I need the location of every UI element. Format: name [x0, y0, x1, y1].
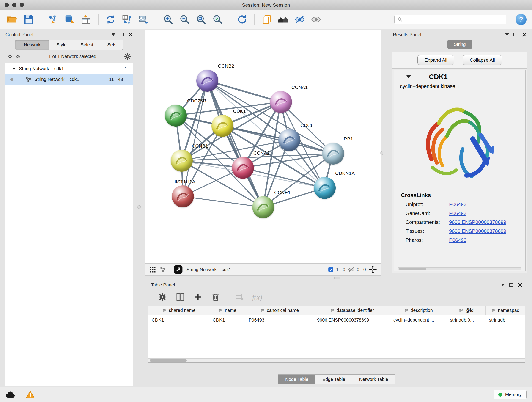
- selected-checkbox-icon[interactable]: [328, 267, 334, 273]
- import-network-from-database-button[interactable]: [63, 13, 76, 26]
- collapse-panel-icon[interactable]: [505, 33, 509, 38]
- warning-status-icon[interactable]: [26, 390, 35, 399]
- tab-style[interactable]: Style: [49, 40, 73, 50]
- tab-sets[interactable]: Sets: [100, 40, 123, 50]
- table-row[interactable]: CDK1 CDK1 P06493 9606.ENSP00000378699 cy…: [148, 315, 525, 325]
- float-panel-icon[interactable]: [120, 33, 124, 36]
- expand-all-button[interactable]: Expand All: [418, 55, 454, 65]
- network-node-HIST1H1A[interactable]: [172, 185, 194, 207]
- column-header-canonical-name[interactable]: canonical name: [245, 306, 314, 315]
- network-node-CDK1[interactable]: [211, 115, 234, 137]
- function-builder-button[interactable]: f(x): [252, 293, 262, 302]
- maximize-window-button[interactable]: [20, 3, 24, 7]
- cell-namespace[interactable]: stringdb: [486, 317, 525, 323]
- crosslink-link[interactable]: P06493: [449, 211, 467, 216]
- search-box[interactable]: [394, 15, 506, 24]
- cell-database-identifier[interactable]: 9606.ENSP00000378699: [314, 317, 390, 323]
- network-node-CCNB1[interactable]: [171, 150, 193, 172]
- network-row-selected[interactable]: String Network – cdk1 11 48: [5, 74, 133, 85]
- table-horizontal-scrollbar[interactable]: [148, 358, 525, 362]
- import-network-from-file-button[interactable]: [46, 13, 60, 26]
- network-node-CDKN1A[interactable]: [314, 177, 336, 199]
- column-header-database-identifier[interactable]: database identifier: [314, 306, 390, 315]
- column-header-name[interactable]: name: [209, 306, 245, 315]
- tab-network-table[interactable]: Network Table: [352, 375, 395, 384]
- horizontal-splitter[interactable]: [145, 276, 529, 280]
- network-node-CCNB2[interactable]: [196, 70, 218, 92]
- overview-button[interactable]: [277, 13, 290, 26]
- zoom-fit-button[interactable]: [195, 13, 208, 26]
- collection-expand-caret-icon[interactable]: [12, 68, 16, 72]
- close-panel-icon[interactable]: [518, 283, 522, 287]
- open-session-button[interactable]: [6, 13, 19, 26]
- protein-card-header[interactable]: CDK1: [398, 73, 521, 81]
- hidden-eye-slash-icon[interactable]: [348, 266, 355, 273]
- float-panel-icon[interactable]: [513, 33, 517, 36]
- zoom-out-button[interactable]: [178, 13, 191, 26]
- delete-table-button[interactable]: [235, 293, 244, 303]
- delete-column-button[interactable]: [211, 293, 220, 303]
- memory-button[interactable]: Memory: [494, 390, 526, 399]
- results-tab-string[interactable]: String: [447, 40, 472, 49]
- network-collection-row[interactable]: String Network – cdk1 1: [5, 63, 133, 74]
- close-panel-icon[interactable]: [522, 32, 526, 37]
- network-node-RB1[interactable]: [322, 143, 344, 165]
- cell-description[interactable]: cyclin–dependent ...: [390, 317, 447, 323]
- cell-canonical-name[interactable]: P06493: [245, 317, 314, 323]
- cell-name[interactable]: CDK1: [209, 317, 245, 323]
- network-canvas[interactable]: CCNB2CCNA1CDC25BCDK1CDC6RB1CCNB1CCNA2CDK…: [145, 30, 381, 263]
- clone-network-button[interactable]: [104, 13, 117, 26]
- table-options-button[interactable]: [158, 293, 167, 303]
- search-input[interactable]: [405, 17, 503, 22]
- column-header-shared-name[interactable]: shared name: [148, 306, 209, 315]
- refresh-layout-button[interactable]: [235, 13, 249, 26]
- tab-node-table[interactable]: Node Table: [278, 375, 316, 384]
- column-header-description[interactable]: description: [390, 306, 447, 315]
- right-splitter-handle[interactable]: [380, 152, 383, 155]
- cell-shared-name[interactable]: CDK1: [148, 317, 209, 323]
- collapse-all-networks-icon[interactable]: [15, 53, 21, 59]
- show-all-button[interactable]: [310, 13, 323, 26]
- crosslink-link[interactable]: P06493: [449, 237, 467, 243]
- collapse-panel-icon[interactable]: [112, 33, 115, 38]
- collapse-panel-icon[interactable]: [501, 284, 505, 288]
- export-image-button[interactable]: [137, 13, 150, 26]
- network-node-CCNE1[interactable]: [252, 196, 274, 218]
- network-node-CCNA1[interactable]: [270, 91, 292, 113]
- network-node-CDC6[interactable]: [278, 129, 300, 151]
- tab-edge-table[interactable]: Edge Table: [316, 375, 352, 384]
- network-options-button[interactable]: [124, 52, 132, 60]
- cloud-status-icon[interactable]: [6, 391, 16, 398]
- help-button[interactable]: ?: [515, 14, 526, 25]
- scrollbar-thumb[interactable]: [150, 359, 187, 362]
- column-header-namespace[interactable]: namespac: [486, 306, 525, 315]
- splitter-grip[interactable]: [334, 277, 341, 279]
- crosslink-link[interactable]: P06493: [449, 201, 467, 207]
- import-table-button[interactable]: [80, 13, 93, 26]
- save-session-button[interactable]: [22, 13, 35, 26]
- left-splitter-handle[interactable]: [138, 205, 141, 209]
- hide-selected-button[interactable]: [293, 13, 306, 26]
- copy-button[interactable]: [260, 13, 273, 26]
- protein-expand-caret-icon[interactable]: [406, 75, 411, 81]
- results-horizontal-scrollbar[interactable]: [398, 268, 521, 270]
- crosslink-link[interactable]: 9606.ENSP00000378699: [449, 219, 506, 225]
- crosslink-link[interactable]: 9606.ENSP00000378699: [449, 228, 506, 234]
- close-window-button[interactable]: [5, 3, 9, 7]
- column-header-id[interactable]: @id: [447, 306, 486, 315]
- network-node-CDC25B[interactable]: [165, 104, 187, 127]
- minimize-window-button[interactable]: [12, 3, 17, 7]
- network-node-CCNA2[interactable]: [232, 157, 254, 179]
- tab-network[interactable]: Network: [15, 40, 49, 50]
- add-column-button[interactable]: [194, 293, 202, 302]
- tab-select[interactable]: Select: [74, 40, 100, 50]
- show-columns-button[interactable]: [176, 293, 185, 303]
- expand-all-networks-icon[interactable]: [7, 53, 13, 59]
- zoom-selected-button[interactable]: [211, 13, 224, 26]
- birdseye-view-button[interactable]: [174, 265, 183, 274]
- zoom-in-button[interactable]: [162, 13, 175, 26]
- cell-id[interactable]: stringdb:9...: [447, 317, 486, 323]
- collapse-all-button[interactable]: Collapse All: [462, 55, 502, 65]
- float-panel-icon[interactable]: [509, 283, 513, 287]
- network-view-mode-button[interactable]: [160, 266, 166, 273]
